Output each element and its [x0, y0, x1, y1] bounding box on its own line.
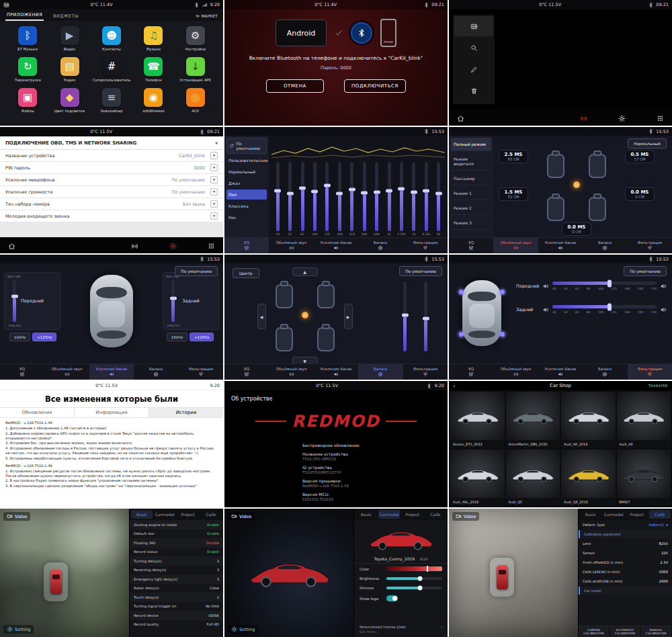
setting-row[interactable]: Radar delay(s)Close	[130, 584, 223, 593]
eq-slider[interactable]	[325, 162, 329, 231]
button-manual[interactable]: MANUAL CALIBRATION	[641, 626, 672, 637]
connect-button[interactable]: ПОДКЛЮЧИТЬСЯ	[344, 79, 406, 93]
tab-surround[interactable]: Объёмный звук	[269, 364, 313, 380]
settings-row[interactable]: Тон набора номераБез звука▼	[0, 198, 223, 210]
tab-balance[interactable]: Баланс	[134, 364, 178, 380]
tab-carmodel[interactable]: Carmodel	[154, 510, 175, 519]
tab-basic[interactable]: Basic	[131, 510, 153, 519]
slider-thumb[interactable]	[324, 184, 331, 187]
settings-button[interactable]	[169, 239, 177, 252]
back-icon[interactable]: ‹	[453, 382, 456, 389]
edit-button[interactable]	[454, 59, 493, 79]
tab-История[interactable]: История	[149, 408, 223, 417]
slider-thumb[interactable]	[374, 191, 380, 194]
tab-filter[interactable]: Фильтрация	[403, 238, 448, 253]
app-AUX[interactable]: ◎AUX	[175, 88, 216, 113]
tab-widgets[interactable]: ВИДЖЕТЫ	[52, 11, 80, 21]
car-tile[interactable]: Audi_Q5	[506, 450, 560, 506]
tab-applications[interactable]: ПРИЛОЖЕНИЯ	[5, 10, 44, 21]
slider[interactable]	[386, 587, 442, 589]
search-button[interactable]	[454, 38, 493, 58]
default-button[interactable]: По умолчанию	[624, 266, 667, 276]
tab-calib[interactable]: Calib	[425, 510, 446, 519]
tab-basic[interactable]: Basic	[580, 510, 601, 519]
preset-Пользовательские[interactable]: Пользовательские	[226, 155, 267, 165]
tab-eq[interactable]: EQ	[0, 364, 44, 380]
changelog-body[interactable]: RedMOD - v.10A.TS10.1.491. Дополнение к …	[0, 421, 223, 489]
setting-row[interactable]: Emergency light delay(s)3	[130, 575, 223, 584]
tab-filter[interactable]: Фильтрация	[628, 364, 672, 380]
mode-Пассажир[interactable]: Пассажир	[451, 172, 491, 185]
slider-thumb[interactable]	[299, 187, 306, 190]
eq-slider[interactable]	[338, 162, 341, 231]
car-tile[interactable]: Audi_Q8_2018	[561, 450, 616, 506]
eq-slider[interactable]	[313, 162, 317, 231]
setting-row[interactable]: Default rearEnable	[130, 529, 223, 539]
slider-thumb[interactable]	[386, 189, 392, 193]
setting-row[interactable]: Starting engine to rotateEnable	[130, 520, 223, 529]
car-tile[interactable]: AstonMartin_DBS_2020	[506, 392, 560, 448]
setting-button[interactable]: Setting	[3, 625, 34, 634]
app-Телефон[interactable]: ☎Телефон	[132, 57, 174, 82]
button-camera[interactable]: CAMERA CALIBRATION	[579, 626, 610, 637]
color-picker[interactable]	[386, 566, 442, 571]
setting-row[interactable]: Turning signal trigger onNo limit	[130, 602, 223, 611]
tab-bass[interactable]: Усиление басов	[89, 364, 134, 380]
preset-Нормальный[interactable]: Нормальный	[226, 167, 267, 177]
slider-thumb[interactable]	[435, 192, 442, 196]
slider-thumb[interactable]	[336, 192, 343, 196]
car-tile[interactable]: Audi_A8L_2018	[450, 450, 505, 506]
slider-thumb[interactable]	[287, 192, 294, 196]
eq-slider[interactable]	[301, 162, 304, 231]
slider-thumb[interactable]	[361, 192, 368, 195]
filter-slider[interactable]	[552, 305, 657, 308]
eq-slider[interactable]	[388, 162, 391, 231]
app-Установщик APK[interactable]: ↓Установщик APK	[175, 57, 216, 82]
app-Перезагрузка[interactable]: ↻Перезагрузка	[7, 57, 48, 82]
dropdown-icon[interactable]: ▼	[210, 176, 218, 183]
settings-button[interactable]	[618, 112, 626, 124]
preset-normal-button[interactable]: Нормальный	[628, 138, 667, 148]
tab-calib[interactable]: Calib	[200, 510, 222, 519]
app-Настройки[interactable]: ⚙Настройки	[175, 26, 216, 51]
contacts-list-button[interactable]	[454, 16, 493, 36]
tab-eq[interactable]: EQ	[224, 238, 269, 253]
pattern-type-row[interactable]: Pattern Type Pattern2▼	[579, 520, 672, 529]
settings-row[interactable]: Название устройстваCarKit_blink▼	[0, 150, 223, 162]
preset-Рок[interactable]: Рок	[226, 212, 267, 222]
mode-Режим водителя[interactable]: Режим водителя	[451, 153, 491, 171]
dropdown-icon[interactable]: ▼	[210, 212, 218, 220]
slider-thumb[interactable]	[170, 296, 177, 300]
settings-row[interactable]: PIN пароль0000▼	[0, 162, 223, 174]
tab-basic[interactable]: Basic	[355, 510, 377, 519]
settings-row[interactable]: Усиление микрофонаПо умолчанию▼	[0, 174, 223, 186]
eq-slider[interactable]	[412, 162, 415, 231]
button-automatic[interactable]: AUTOMATIC CALIBRATION	[610, 626, 640, 637]
tab-balance[interactable]: Баланс	[583, 238, 627, 253]
tab-Обновления[interactable]: Обновления	[0, 408, 75, 417]
tab-bass[interactable]: Усиление басов	[314, 238, 358, 253]
eq-slider[interactable]	[363, 162, 366, 231]
slider-thumb[interactable]	[423, 317, 429, 321]
eq-slider[interactable]	[350, 162, 353, 231]
settings-row[interactable]: Усиление громкостиПо умолчанию▼	[0, 186, 223, 198]
tab-surround[interactable]: Объёмный звук	[493, 238, 538, 253]
default-button[interactable]: По умолчанию	[399, 266, 442, 276]
rear-freq-button[interactable]: 160Hz	[167, 333, 188, 341]
fader-slider-left[interactable]	[403, 282, 407, 351]
tab-calib[interactable]: Calib	[649, 510, 671, 519]
eq-slider[interactable]	[425, 162, 428, 231]
mode-Режим 2[interactable]: Режим 2	[451, 202, 491, 215]
tab-project[interactable]: Project	[626, 510, 647, 519]
slider[interactable]	[386, 577, 442, 580]
dialpad-button[interactable]	[657, 112, 664, 124]
tab-carmodel[interactable]: Carmodel	[603, 510, 624, 519]
get-more-link[interactable]: Get more...	[354, 630, 448, 637]
tab-filter[interactable]: Фильтрация	[628, 238, 672, 253]
tab-project[interactable]: Project	[177, 510, 198, 519]
app-БТ Музыка[interactable]: ᛒБТ Музыка	[7, 26, 48, 51]
toggle[interactable]	[386, 595, 398, 601]
slider-thumb[interactable]	[411, 191, 417, 194]
listening-position-dot[interactable]	[573, 181, 580, 188]
video-button[interactable]: Video	[3, 512, 30, 521]
